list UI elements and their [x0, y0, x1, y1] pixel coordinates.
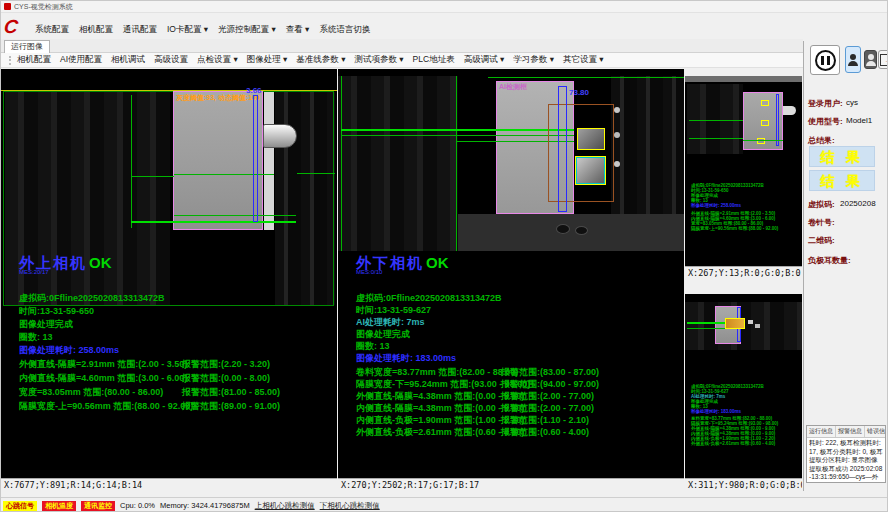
machine-texture	[685, 76, 802, 82]
pixel-coord-bar: X:7677;Y:891;R:14;G:14;B:14	[1, 478, 337, 491]
comm-monitor-badge: 通讯监控	[81, 501, 115, 511]
middle-camera-panel[interactable]: AI检测框 73.80 外下相机OK MES:0/10 虚拟码:0Ffline2…	[338, 69, 684, 491]
highlight-dot	[614, 132, 620, 138]
pause-button[interactable]	[810, 45, 840, 75]
middle-result-block: 外下相机OK MES:0/10 虚拟码:0Ffline2025020813313…	[356, 255, 684, 365]
tab-run-image[interactable]: 运行图像	[4, 40, 50, 53]
left-camera-panel[interactable]: 灰度阈值:93, 动态阈值:100 3.66 外上相机OK MES:20/17 …	[1, 69, 337, 491]
tab-alarm-info[interactable]: 报警信息	[836, 426, 865, 437]
measure-rect	[776, 94, 779, 146]
process-elapsed: 图像处理耗时: 258.00ms	[691, 203, 802, 208]
titlebar: CYS-视觉检测系统	[1, 1, 888, 13]
tab-detection-box	[725, 318, 745, 329]
tab-error-info[interactable]: 错误信息	[865, 426, 886, 437]
menu-view[interactable]: 查看 ▾	[286, 24, 310, 36]
measure-text: 内侧直线-隔膜=4.60mm 范围:(3.00 - 6.00)	[19, 373, 187, 383]
virtual-code-label: 虚拟码:	[808, 199, 835, 210]
toolbar: 相机配置 AI使用配置 相机调试 高级设置 点检设置 ▾ 图像处理 ▾ 基准线参…	[1, 53, 803, 68]
camera-title: 外下相机OK	[691, 372, 802, 383]
camera-name: 外下相机	[691, 373, 723, 382]
alarm-text: 报警范围:(2.00 - 77.00)	[501, 391, 594, 401]
menu-comm-config[interactable]: 通讯配置	[123, 24, 157, 36]
pixel-coord-bar: X:311;Y:980;R:0;G:0;B:0	[685, 478, 802, 491]
pixel-coord-bar: X:267;Y:13;R:0;G:0;B:0	[685, 266, 802, 279]
user-icon	[866, 54, 876, 66]
login-user-label: 登录用户:	[808, 98, 843, 109]
app-icon	[4, 3, 11, 10]
machine-texture	[687, 84, 743, 154]
tool-plc-address[interactable]: PLC地址表	[413, 54, 455, 66]
tool-baseline-params[interactable]: 基准线参数 ▾	[296, 54, 345, 66]
alarm-text: 报警范围:(2.00 - 77.00)	[501, 403, 594, 413]
virtual-code: 虚拟码:0Ffline2025020813313472B	[19, 293, 165, 303]
pixel-coord-bar: X:270;Y:2502;R:17;G:17;B:17	[338, 478, 684, 491]
highlight-dot	[755, 324, 760, 328]
tab-run-info[interactable]: 运行信息	[807, 426, 836, 437]
tab-detection-box	[761, 100, 769, 106]
alarm-text: 报警范围:(81.00 - 85.00)	[182, 387, 280, 397]
upper-camera-heartbeat-link[interactable]: 上相机心跳检测值	[255, 501, 315, 511]
process-done: 图像处理完成	[19, 319, 73, 329]
measure-value-label: 73.80	[569, 88, 589, 97]
tab-connector-object	[783, 106, 796, 115]
user-switch-button[interactable]	[864, 50, 877, 69]
result-box-upper: 结 果	[809, 146, 875, 167]
process-elapsed: 图像处理耗时: 183.00ms	[356, 353, 456, 363]
measure-text: 宽度=83.05mm 范围:(80.00 - 86.00)	[19, 387, 163, 397]
tool-learning-params[interactable]: 学习参数 ▾	[513, 54, 554, 66]
alarm-text: 报警范围:(89.00 - 91.00)	[182, 401, 280, 411]
total-result-label: 总结果:	[808, 135, 835, 146]
overlay-green-line	[174, 174, 274, 175]
lower-camera-heartbeat-link[interactable]: 下相机心跳检测值	[320, 501, 380, 511]
overlay-green-line	[174, 215, 296, 216]
camera-title: 外上相机OK	[691, 171, 802, 182]
overlay-green-line	[689, 120, 743, 121]
tool-advanced-settings[interactable]: 高级设置	[154, 54, 188, 66]
thumbnail-top-panel[interactable]: 外上相机OK 虚拟码:0Ffline2025020813313472B 时间:1…	[685, 76, 802, 279]
highlight-dot	[614, 161, 620, 167]
camera-name: 外上相机	[691, 172, 723, 181]
camera-temp-badge: 相机温度	[42, 501, 76, 511]
alarm-text: 报警范围:(1.10 - 2.10)	[501, 415, 589, 425]
highlight-dot	[748, 320, 753, 324]
tool-other-settings[interactable]: 其它设置 ▾	[563, 54, 604, 66]
menu-camera-config[interactable]: 相机配置	[79, 24, 113, 36]
product-region	[173, 91, 263, 230]
tab-detection-box	[757, 138, 765, 144]
memory-usage: Memory: 3424.41796875M	[160, 501, 250, 510]
menu-language-switch[interactable]: 系统语言切换	[319, 24, 370, 36]
tool-camera-debug[interactable]: 相机调试	[111, 54, 145, 66]
tool-advanced-debug[interactable]: 高级调试 ▾	[464, 54, 505, 66]
tool-camera-config[interactable]: 相机配置	[17, 54, 51, 66]
tool-spotcheck-settings[interactable]: 点检设置 ▾	[197, 54, 238, 66]
ai-box-label: AI检测框	[499, 82, 527, 92]
menu-io-config[interactable]: IO卡配置 ▾	[167, 24, 208, 36]
tab-strip: 运行图像	[1, 39, 803, 53]
virtual-code-value: 20250208	[840, 199, 876, 208]
heartbeat-badge: 心跳信号	[3, 501, 37, 511]
bolt-hole	[575, 226, 588, 235]
result-ok: OK	[426, 254, 449, 271]
login-user-value: cys	[846, 98, 858, 107]
tab-detection-box	[761, 120, 769, 126]
user-icon	[848, 54, 858, 66]
turn-count: 圈数: 13	[356, 341, 390, 351]
user-login-button[interactable]	[845, 46, 861, 73]
thumbnail-bottom-panel[interactable]: 外下相机OK 虚拟码:0Ffline2025020813313472B 时间:1…	[685, 294, 802, 491]
measure-row: 隔膜宽度-下=95.24mm 范围:(93.00 - 98.00)报警范围:(9…	[356, 379, 530, 389]
measure-text: 内侧直线-隔膜=4.38mm 范围:(0.00 - 9.00)	[356, 403, 524, 413]
logout-button[interactable]: →	[878, 50, 888, 69]
menu-system-config[interactable]: 系统配置	[35, 24, 69, 36]
menu-light-config[interactable]: 光源控制配置 ▾	[218, 24, 276, 36]
measure-row: 隔膜宽度-上=90.56mm 范围:(88.00 - 92.00)报警范围:(8…	[19, 401, 193, 411]
measure-text: 外侧直线-隔膜=2.91mm 范围:(2.00 - 3.50)	[19, 359, 187, 369]
measure-row: 宽度=83.05mm 范围:(80.00 - 86.00)报警范围:(81.00…	[19, 387, 163, 397]
measure-row: 卷料宽度=83.77mm 范围:(82.00 - 88.00)报警范围:(83.…	[356, 367, 518, 377]
tool-ai-config[interactable]: AI使用配置	[60, 54, 102, 66]
tool-image-processing[interactable]: 图像处理 ▾	[247, 54, 288, 66]
result-ok: OK	[723, 172, 735, 181]
tool-test-params[interactable]: 测试项参数 ▾	[354, 54, 403, 66]
machine-texture	[338, 76, 458, 251]
tab-connector-object	[263, 124, 297, 148]
overlay-green-line	[297, 173, 335, 174]
